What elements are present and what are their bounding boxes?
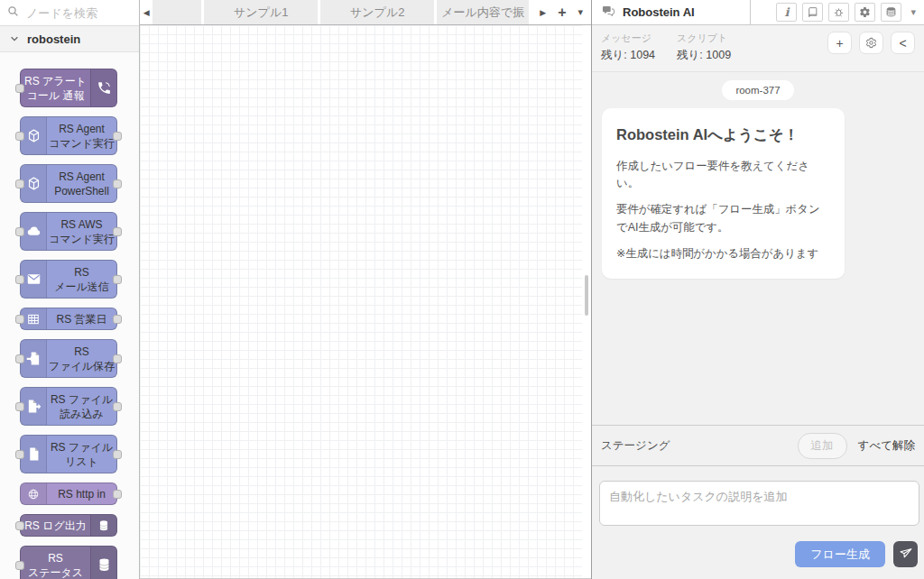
staging-clear-all-button[interactable]: すべて解除 bbox=[858, 438, 915, 454]
input-actions: フロー生成 bbox=[599, 541, 919, 567]
chat-bubbles-icon bbox=[602, 5, 615, 21]
palette-node[interactable]: RSステータス bbox=[20, 546, 117, 579]
canvas-scrollbar-thumb[interactable] bbox=[585, 275, 588, 316]
file-read-icon bbox=[21, 388, 47, 425]
palette-search-row bbox=[0, 0, 139, 26]
generate-flow-button[interactable]: フロー生成 bbox=[795, 541, 885, 567]
task-description-input[interactable] bbox=[599, 481, 919, 526]
collapse-panel-button[interactable]: < bbox=[891, 32, 915, 54]
chat-area: room-377 Robostein AIへようこそ！ 作成したいフロー要件を教… bbox=[592, 72, 924, 425]
workspace-tabbar: ◀ サンプル1サンプル2メール内容で振 ▶ + ▾ bbox=[140, 0, 591, 25]
task-input-area: フロー生成 bbox=[592, 466, 924, 579]
debug-bug-button[interactable] bbox=[828, 3, 849, 22]
node-input-port bbox=[15, 561, 24, 570]
palette-node[interactable]: RS アラートコール 通報 bbox=[20, 69, 117, 107]
node-label: RSファイル保存 bbox=[47, 340, 116, 377]
workspace-tab[interactable] bbox=[152, 0, 201, 24]
node-output-port bbox=[113, 227, 122, 236]
node-label: RS ログ出力 bbox=[21, 515, 90, 536]
flow-list-caret-button[interactable]: ▾ bbox=[578, 6, 583, 18]
database-icon bbox=[90, 547, 116, 579]
chat-settings-button[interactable] bbox=[859, 32, 883, 54]
workspace-tabs: サンプル1サンプル2メール内容で振 bbox=[152, 0, 531, 24]
welcome-paragraph: 要件が確定すれば「フロー生成」ボタンでAI生成が可能です。 bbox=[616, 201, 830, 235]
phone-icon bbox=[90, 69, 116, 106]
palette-node-list: RS アラートコール 通報RS Agentコマンド実行RS AgentPower… bbox=[0, 52, 139, 579]
context-data-button[interactable] bbox=[881, 3, 901, 22]
panel-menu-caret-button[interactable]: ▾ bbox=[907, 6, 919, 18]
send-button[interactable] bbox=[893, 541, 918, 567]
node-output-port bbox=[113, 490, 122, 499]
palette-node[interactable]: RSメール送信 bbox=[20, 260, 117, 299]
canvas-scrollbar-track bbox=[582, 25, 591, 578]
message-quota-value: 残り: 1094 bbox=[601, 48, 655, 63]
welcome-message-card: Robostein AIへようこそ！ 作成したいフロー要件を教えてください。 要… bbox=[602, 108, 845, 279]
workspace-tab[interactable]: サンプル1 bbox=[204, 0, 318, 24]
database-icon bbox=[90, 515, 116, 536]
node-input-port bbox=[15, 179, 24, 188]
palette-node[interactable]: RS ログ出力 bbox=[20, 514, 117, 537]
palette-node[interactable]: RS AgentPowerShell bbox=[20, 164, 117, 203]
node-input-port bbox=[15, 402, 24, 411]
palette-node[interactable]: RS Agentコマンド実行 bbox=[20, 116, 117, 155]
welcome-paragraph: 作成したいフロー要件を教えてください。 bbox=[616, 158, 830, 192]
node-label: RS アラートコール 通報 bbox=[21, 69, 90, 106]
chevron-down-icon bbox=[10, 32, 19, 46]
staging-bar: ステージング 追加 すべて解除 bbox=[592, 425, 924, 466]
panel-tab-title: Robostein AI bbox=[623, 5, 695, 19]
node-input-port bbox=[15, 227, 24, 236]
node-output-port bbox=[113, 315, 122, 324]
config-gear-button[interactable] bbox=[855, 3, 875, 22]
new-chat-button[interactable]: + bbox=[827, 32, 852, 54]
node-label: RS AgentPowerShell bbox=[47, 165, 116, 202]
palette-category-robostein[interactable]: robostein bbox=[0, 26, 139, 52]
node-label: RS AWSコマンド実行 bbox=[47, 213, 116, 250]
palette-node[interactable]: RS http in bbox=[20, 482, 117, 505]
help-book-button[interactable] bbox=[802, 3, 823, 22]
add-flow-button[interactable]: + bbox=[558, 5, 566, 21]
node-label: RS ファイル読み込み bbox=[47, 388, 116, 425]
flow-canvas[interactable] bbox=[140, 25, 582, 578]
sidebar-toolbar: i ▾ bbox=[751, 0, 924, 24]
message-quota-label: メッセージ bbox=[601, 32, 655, 45]
node-output-port bbox=[113, 179, 122, 188]
workspace-tab[interactable]: メール内容で振 bbox=[437, 0, 529, 24]
node-input-port bbox=[15, 450, 24, 459]
workspace-tab[interactable]: サンプル2 bbox=[320, 0, 434, 24]
script-quota-value: 残り: 1009 bbox=[677, 48, 731, 63]
cube-icon bbox=[21, 165, 47, 202]
paper-plane-icon bbox=[899, 547, 912, 563]
tab-robostein-ai[interactable]: Robostein AI bbox=[592, 0, 751, 24]
quota-bar: メッセージ 残り: 1094 スクリプト 残り: 1009 + < bbox=[592, 25, 924, 72]
node-output-port bbox=[113, 450, 122, 459]
palette-node[interactable]: RSファイル保存 bbox=[20, 339, 117, 378]
scroll-tabs-left-button[interactable]: ◀ bbox=[140, 0, 152, 24]
node-palette-sidebar: robostein RS アラートコール 通報RS Agentコマンド実行RS … bbox=[0, 0, 140, 579]
message-quota: メッセージ 残り: 1094 bbox=[601, 32, 655, 63]
node-label: RS 営業日 bbox=[47, 308, 116, 329]
search-input[interactable] bbox=[24, 5, 132, 21]
node-output-port bbox=[113, 354, 122, 363]
palette-node[interactable]: RS ファイルリスト bbox=[20, 435, 117, 473]
robostein-app: robostein RS アラートコール 通報RS Agentコマンド実行RS … bbox=[0, 0, 924, 579]
mail-icon bbox=[21, 261, 47, 298]
palette-node[interactable]: RS ファイル読み込み bbox=[20, 387, 117, 426]
chat-controls: + < bbox=[827, 32, 915, 54]
flow-editor: ◀ サンプル1サンプル2メール内容で振 ▶ + ▾ bbox=[140, 0, 591, 579]
node-output-port bbox=[113, 275, 122, 284]
cube-icon bbox=[21, 117, 47, 154]
node-label: RSメール送信 bbox=[47, 261, 116, 298]
category-label: robostein bbox=[27, 32, 80, 46]
palette-node[interactable]: RS 営業日 bbox=[20, 308, 117, 330]
script-quota-label: スクリプト bbox=[677, 32, 731, 45]
scroll-tabs-right-button[interactable]: ▶ bbox=[540, 8, 546, 17]
canvas-wrap bbox=[140, 25, 591, 579]
staging-add-button[interactable]: 追加 bbox=[798, 433, 847, 459]
welcome-paragraph: ※生成には時間がかかる場合があります bbox=[616, 245, 830, 262]
palette-node[interactable]: RS AWSコマンド実行 bbox=[20, 212, 117, 251]
info-button[interactable]: i bbox=[776, 3, 797, 22]
cloud-icon bbox=[21, 213, 47, 250]
script-quota: スクリプト 残り: 1009 bbox=[677, 32, 731, 63]
node-input-port bbox=[15, 275, 24, 284]
node-output-port bbox=[113, 132, 122, 141]
